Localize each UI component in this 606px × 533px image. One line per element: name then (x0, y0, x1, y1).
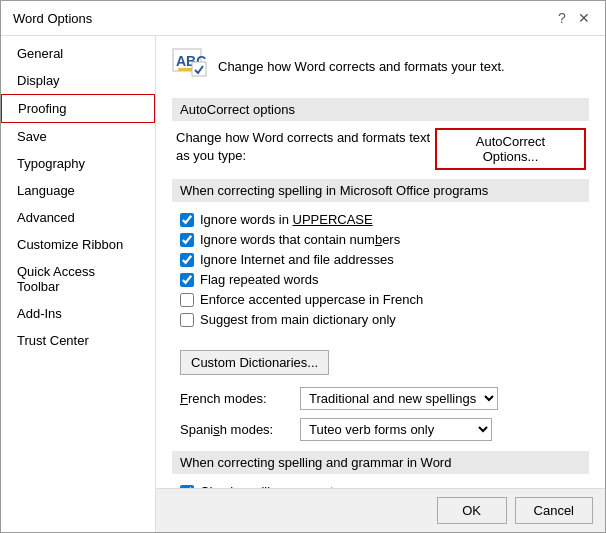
svg-rect-3 (192, 62, 206, 76)
french-label: French modes: (180, 391, 290, 406)
sidebar-item-advanced[interactable]: Advanced (1, 204, 155, 231)
sidebar-item-display[interactable]: Display (1, 67, 155, 94)
ok-button[interactable]: OK (437, 497, 507, 524)
autocorrect-row: Change how Word corrects and formats tex… (172, 129, 589, 169)
autocorrect-description: Change how Word corrects and formats tex… (176, 129, 436, 165)
french-mode-row: French modes: Traditional and new spelli… (172, 387, 589, 410)
checkbox-ignore-internet-input[interactable] (180, 253, 194, 267)
spanish-mode-select[interactable]: Tuteo verb forms only Voseo verb forms o… (300, 418, 492, 441)
sidebar: General Display Proofing Save Typography… (1, 36, 156, 532)
autocorrect-options-button[interactable]: AutoCorrect Options... (436, 129, 585, 169)
autocorrect-section-header: AutoCorrect options (172, 98, 589, 121)
spanish-mode-row: Spanish modes: Tuteo verb forms only Vos… (172, 418, 589, 441)
french-mode-select[interactable]: Traditional and new spellings Traditiona… (300, 387, 498, 410)
checkbox-ignore-internet: Ignore Internet and file addresses (180, 252, 581, 267)
help-button[interactable]: ? (553, 9, 571, 27)
checkbox-enforce-french: Enforce accented uppercase in French (180, 292, 581, 307)
bottom-bar: OK Cancel (156, 488, 605, 532)
dialog-title: Word Options (13, 11, 92, 26)
checkbox-flag-repeated: Flag repeated words (180, 272, 581, 287)
checkbox-suggest-main-input[interactable] (180, 313, 194, 327)
sidebar-item-trust-center[interactable]: Trust Center (1, 327, 155, 354)
title-bar-buttons: ? ✕ (553, 9, 593, 27)
sidebar-item-quick-access[interactable]: Quick Access Toolbar (1, 258, 155, 300)
checkbox-suggest-main: Suggest from main dictionary only (180, 312, 581, 327)
main-content: ABC Change how Word corrects and formats… (156, 36, 605, 532)
checkbox-enforce-french-input[interactable] (180, 293, 194, 307)
sidebar-item-customize-ribbon[interactable]: Customize Ribbon (1, 231, 155, 258)
spelling-checkboxes: Ignore words in UPPERCASE Ignore words t… (172, 210, 589, 334)
cancel-button[interactable]: Cancel (515, 497, 593, 524)
checkbox-flag-repeated-input[interactable] (180, 273, 194, 287)
abc-icon: ABC (172, 48, 208, 84)
checkbox-ignore-uppercase-input[interactable] (180, 213, 194, 227)
spelling-section-header: When correcting spelling in Microsoft Of… (172, 179, 589, 202)
sidebar-item-language[interactable]: Language (1, 177, 155, 204)
sidebar-item-save[interactable]: Save (1, 123, 155, 150)
checkbox-ignore-numbers-input[interactable] (180, 233, 194, 247)
close-button[interactable]: ✕ (575, 9, 593, 27)
spanish-label: Spanish modes: (180, 422, 290, 437)
checkbox-ignore-uppercase: Ignore words in UPPERCASE (180, 212, 581, 227)
grammar-section-header: When correcting spelling and grammar in … (172, 451, 589, 474)
custom-dictionaries-button[interactable]: Custom Dictionaries... (180, 350, 329, 375)
content-area: General Display Proofing Save Typography… (1, 36, 605, 532)
header-description: Change how Word corrects and formats you… (218, 59, 505, 74)
sidebar-item-general[interactable]: General (1, 40, 155, 67)
header-section: ABC Change how Word corrects and formats… (172, 48, 589, 84)
word-options-dialog: Word Options ? ✕ General Display Proofin… (0, 0, 606, 533)
sidebar-item-proofing[interactable]: Proofing (1, 94, 155, 123)
sidebar-item-add-ins[interactable]: Add-Ins (1, 300, 155, 327)
checkbox-ignore-numbers: Ignore words that contain numbers (180, 232, 581, 247)
main-scroll[interactable]: ABC Change how Word corrects and formats… (156, 36, 605, 488)
sidebar-item-typography[interactable]: Typography (1, 150, 155, 177)
title-bar: Word Options ? ✕ (1, 1, 605, 36)
